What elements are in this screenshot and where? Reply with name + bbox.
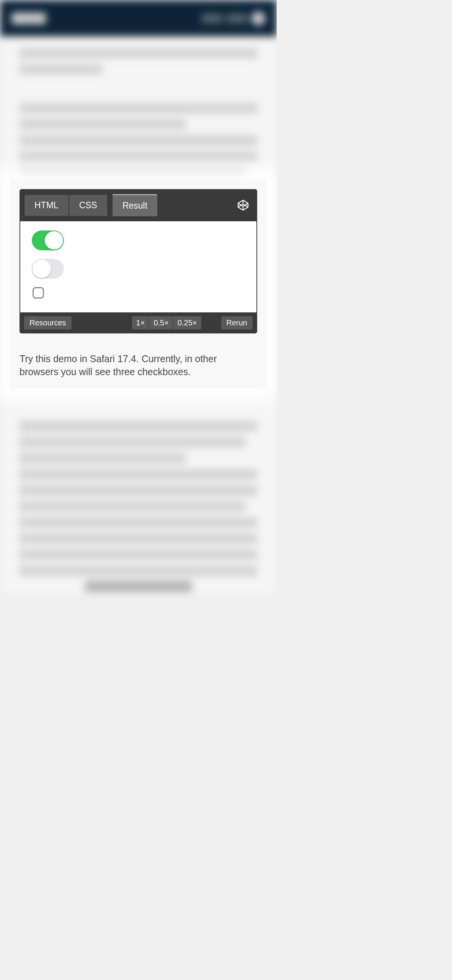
codepen-demo-card: HTML CSS Result Resources [10, 179, 267, 389]
zoom-controls: 1× 0.5× 0.25× [132, 316, 201, 330]
codepen-icon[interactable] [237, 199, 249, 211]
rerun-button[interactable]: Rerun [221, 316, 253, 330]
switch-checked[interactable] [32, 230, 64, 250]
checkbox-unchecked[interactable] [33, 287, 44, 299]
zoom-025x-button[interactable]: 0.25× [173, 316, 201, 330]
demo-frame: HTML CSS Result Resources [20, 189, 257, 333]
resources-button[interactable]: Resources [24, 316, 72, 330]
tab-result[interactable]: Result [113, 194, 157, 216]
demo-result-pane [20, 221, 257, 312]
demo-caption: Try this demo in Safari 17.4. Currently,… [20, 353, 257, 379]
tab-css[interactable]: CSS [69, 195, 107, 216]
switch-unchecked[interactable] [32, 259, 64, 279]
zoom-1x-button[interactable]: 1× [132, 316, 149, 330]
zoom-05x-button[interactable]: 0.5× [149, 316, 173, 330]
demo-footer: Resources 1× 0.5× 0.25× Rerun [20, 312, 257, 333]
demo-tab-bar: HTML CSS Result [20, 189, 257, 221]
tab-html[interactable]: HTML [24, 195, 69, 216]
